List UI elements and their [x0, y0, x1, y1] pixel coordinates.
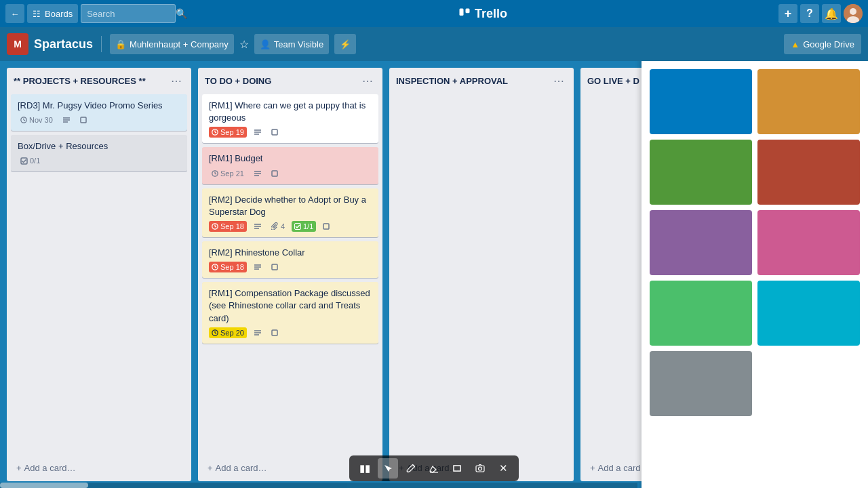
workspace-name-label: Muhlenhaupt + Company [130, 39, 229, 49]
list-menu-button-projects[interactable]: ⋯ [168, 73, 184, 89]
camera-button[interactable] [470, 458, 490, 479]
team-visible-label: Team Visible [274, 39, 323, 49]
boards-label: Boards [45, 9, 73, 19]
add-card-projects[interactable]: + Add a card… [11, 459, 187, 477]
svg-rect-26 [272, 171, 277, 176]
boards-button[interactable]: ☷ Boards [27, 4, 78, 23]
list-cards-projects: [RD3] Mr. Pugsy Video Promo Series Nov 3… [7, 94, 191, 456]
list-header-inspection: INSPECTION + APPROVAL ⋯ [389, 68, 574, 94]
card-rd3[interactable]: [RD3] Mr. Pugsy Video Promo Series Nov 3… [11, 94, 187, 131]
date-badge-rm1-compensation: Sep 20 [209, 327, 247, 338]
power-ups-button[interactable]: ⚡ [334, 34, 356, 54]
add-icon-todo: + [208, 463, 213, 473]
svg-rect-0 [460, 9, 464, 16]
list-header-projects: ** PROJECTS + RESOURCES ** ⋯ [7, 68, 191, 94]
card-title-rm1-compensation: [RM1] Compensation Package discussed (se… [209, 287, 372, 325]
add-icon-golive: + [590, 463, 595, 473]
eraser-button[interactable] [424, 458, 444, 479]
notifications-button[interactable]: 🔔 [822, 4, 841, 23]
avatar[interactable] [844, 4, 863, 23]
card-title-rm1-budget: [RM1] Budget [209, 152, 372, 165]
color-swatch-pink[interactable] [757, 210, 860, 275]
pause-button[interactable]: ▮▮ [355, 458, 375, 479]
colors-panel: ← Colors ✕ [642, 61, 868, 488]
board-header: M Spartacus 🔒 Muhlenhaupt + Company ☆ 👤 … [0, 27, 868, 61]
google-drive-button[interactable]: ▲ Google Drive [784, 34, 861, 54]
color-swatch-orange[interactable] [757, 69, 860, 134]
svg-rect-19 [272, 129, 277, 135]
list-icon-badge5 [251, 262, 264, 272]
svg-point-53 [479, 467, 482, 470]
pencil-button[interactable] [401, 458, 421, 479]
card-meta-rm1-budget: Sep 21 [209, 168, 372, 179]
svg-rect-1 [466, 9, 470, 14]
date-badge-rm2-adopt: Sep 18 [209, 221, 247, 232]
card-title-rd3: [RD3] Mr. Pugsy Video Promo Series [18, 100, 180, 112]
card-rm1-compensation[interactable]: [RM1] Compensation Package discussed (se… [202, 282, 378, 344]
svg-line-7 [24, 120, 25, 121]
card-rm1-puppy[interactable]: [RM1] Where can we get a puppy that is g… [202, 94, 378, 143]
card-title-rm1-puppy: [RM1] Where can we get a puppy that is g… [209, 100, 372, 124]
card-boxdrive[interactable]: Box/Drive + Resources 0/1 [11, 135, 187, 171]
card-rm1-budget[interactable]: [RM1] Budget Sep 21 [202, 147, 378, 184]
team-visible-button[interactable]: 👤 Team Visible [254, 34, 329, 54]
colors-grid [642, 61, 868, 424]
board-title[interactable]: Spartacus [34, 37, 93, 52]
star-button[interactable]: ☆ [239, 38, 249, 51]
scrollbar-track[interactable] [0, 483, 637, 488]
add-button[interactable]: + [778, 4, 797, 23]
list-menu-button-inspection[interactable]: ⋯ [551, 73, 567, 89]
card-icon-badge2 [269, 127, 281, 137]
power-icon: ⚡ [340, 39, 351, 49]
back-icon: ← [11, 9, 20, 19]
close-toolbar-button[interactable]: ✕ [493, 458, 513, 479]
svg-rect-48 [272, 330, 277, 336]
rectangle-button[interactable] [447, 458, 467, 479]
info-button[interactable]: ? [800, 4, 819, 23]
list-cards-inspection [389, 94, 574, 456]
back-button[interactable]: ← [5, 4, 24, 23]
color-swatch-red[interactable] [757, 140, 860, 205]
header-right: ▲ Google Drive [784, 34, 861, 54]
color-swatch-purple[interactable] [650, 210, 752, 275]
search-icon: 🔍 [176, 8, 187, 19]
svg-line-37 [215, 267, 216, 268]
card-meta-boxdrive: 0/1 [18, 155, 180, 166]
workspace-name-button[interactable]: 🔒 Muhlenhaupt + Company [110, 34, 234, 54]
checklist-badge-boxdrive: 0/1 [18, 155, 43, 166]
card-icon-badge3 [269, 169, 281, 178]
date-badge-rm1-budget: Sep 21 [209, 168, 247, 179]
list-icon-badge [60, 115, 73, 125]
add-icon: + [16, 463, 22, 473]
card-meta-rm2-adopt: Sep 18 4 1/1 [209, 221, 372, 232]
add-card-label-todo: Add a card… [216, 463, 267, 473]
scrollbar-thumb[interactable] [0, 483, 88, 488]
card-icon-badge5 [269, 262, 281, 272]
color-swatch-teal[interactable] [757, 281, 860, 346]
list-title-inspection: INSPECTION + APPROVAL [396, 76, 508, 86]
search-input[interactable] [81, 4, 176, 23]
color-swatch-blue[interactable] [650, 69, 752, 134]
list-icon-badge4 [251, 222, 264, 231]
divider [101, 36, 102, 52]
trello-logo: Trello [190, 7, 776, 21]
svg-line-15 [215, 132, 216, 133]
list-projects: ** PROJECTS + RESOURCES ** ⋯ [RD3] Mr. P… [7, 68, 191, 481]
list-menu-button-todo[interactable]: ⋯ [359, 73, 376, 89]
bottom-toolbar: ▮▮ ✕ [349, 455, 519, 481]
googledrive-icon: ▲ [791, 39, 800, 49]
date-badge-rm2-rhinestone: Sep 18 [209, 262, 247, 272]
color-swatch-green[interactable] [650, 140, 752, 205]
cursor-button[interactable] [378, 458, 398, 479]
card-icon-badge6 [269, 328, 281, 338]
team-icon: 👤 [260, 39, 271, 49]
card-rm2-rhinestone[interactable]: [RM2] Rhinestone Collar Sep 18 [202, 241, 378, 278]
card-meta-rm1-compensation: Sep 20 [209, 327, 372, 338]
card-rm2-adopt[interactable]: [RM2] Decide whether to Adopt or Buy a S… [202, 188, 378, 237]
color-swatch-gray[interactable] [650, 351, 752, 416]
card-icon-badge4 [320, 222, 332, 231]
svg-rect-41 [272, 264, 277, 270]
list-icon-badge3 [251, 169, 264, 178]
color-swatch-lime[interactable] [650, 281, 752, 346]
card-title-boxdrive: Box/Drive + Resources [18, 140, 180, 152]
